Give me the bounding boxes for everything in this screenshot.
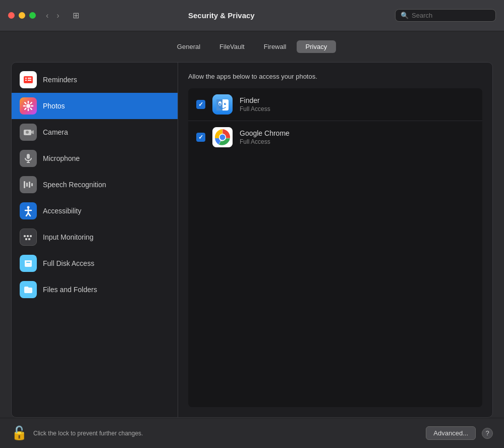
footer-text: Click the lock to prevent further change… xyxy=(33,430,420,437)
microphone-label: Microphone xyxy=(43,154,80,162)
content-panel: Reminders Photos xyxy=(11,62,493,418)
svg-rect-1 xyxy=(25,78,27,79)
finder-row: Finder Full Access xyxy=(188,88,482,121)
svg-point-5 xyxy=(26,104,30,108)
svg-rect-2 xyxy=(28,78,31,79)
finder-checkbox[interactable] xyxy=(196,100,205,109)
tab-general[interactable]: General xyxy=(168,40,209,53)
svg-rect-22 xyxy=(29,182,30,188)
camera-label: Camera xyxy=(43,128,68,136)
svg-rect-34 xyxy=(26,262,30,263)
svg-rect-3 xyxy=(25,80,27,81)
title-bar: ‹ › ⊞ Security & Privacy 🔍 xyxy=(0,0,504,31)
sidebar-item-accessibility[interactable]: Accessibility xyxy=(12,198,178,224)
app-list: Finder Full Access xyxy=(188,88,482,407)
svg-rect-29 xyxy=(24,235,26,237)
inputmonitoring-label: Input Monitoring xyxy=(43,233,93,241)
maximize-button[interactable] xyxy=(29,12,36,19)
files-icon xyxy=(20,281,37,298)
svg-point-16 xyxy=(26,131,29,134)
chrome-info: Google Chrome Full Access xyxy=(240,129,290,145)
tab-firewall[interactable]: Firewall xyxy=(255,40,296,53)
svg-point-48 xyxy=(220,135,226,140)
photos-icon xyxy=(20,97,37,115)
finder-access: Full Access xyxy=(240,105,270,113)
photos-label: Photos xyxy=(43,102,65,110)
chrome-checkbox[interactable] xyxy=(196,133,205,142)
search-input[interactable] xyxy=(412,12,487,19)
help-button[interactable]: ? xyxy=(482,428,493,439)
svg-rect-20 xyxy=(24,181,25,188)
traffic-lights xyxy=(8,12,36,19)
panel-description: Allow the apps below to access your phot… xyxy=(188,73,482,80)
right-panel: Allow the apps below to access your phot… xyxy=(178,63,492,417)
svg-line-11 xyxy=(31,108,32,109)
tab-privacy[interactable]: Privacy xyxy=(297,40,337,53)
lock-icon[interactable]: 🔓 xyxy=(11,425,27,441)
files-label: Files and Folders xyxy=(43,286,97,294)
svg-rect-32 xyxy=(25,238,27,240)
tab-filevault[interactable]: FileVault xyxy=(210,40,254,53)
close-button[interactable] xyxy=(8,12,15,19)
svg-rect-30 xyxy=(27,235,29,237)
chrome-name: Google Chrome xyxy=(240,129,290,137)
sidebar-item-fulldisk[interactable]: Full Disk Access xyxy=(12,250,178,276)
speech-label: Speech Recognition xyxy=(43,181,106,189)
svg-rect-23 xyxy=(31,183,33,186)
reminders-label: Reminders xyxy=(43,76,77,84)
svg-point-43 xyxy=(220,103,221,104)
main-content: General FileVault Firewall Privacy Remin… xyxy=(0,31,504,418)
sidebar-item-microphone[interactable]: Microphone xyxy=(12,145,178,172)
sidebar: Reminders Photos xyxy=(12,63,178,417)
accessibility-icon xyxy=(20,202,37,219)
reminders-icon xyxy=(20,71,37,88)
svg-rect-33 xyxy=(28,238,30,240)
sidebar-item-speech[interactable]: Speech Recognition xyxy=(12,172,178,198)
svg-rect-17 xyxy=(27,154,30,159)
sidebar-item-camera[interactable]: Camera xyxy=(12,119,178,145)
finder-info: Finder Full Access xyxy=(240,96,270,113)
svg-line-10 xyxy=(25,102,26,103)
search-icon: 🔍 xyxy=(401,12,409,19)
speech-icon xyxy=(20,176,37,193)
svg-point-44 xyxy=(225,103,226,104)
window-title: Security & Privacy xyxy=(48,11,395,20)
advanced-button[interactable]: Advanced... xyxy=(426,426,476,440)
svg-rect-21 xyxy=(26,183,28,187)
svg-marker-15 xyxy=(31,130,34,134)
svg-rect-4 xyxy=(28,80,31,81)
chrome-row: Google Chrome Full Access xyxy=(188,121,482,153)
sidebar-item-reminders[interactable]: Reminders xyxy=(12,67,178,93)
finder-name: Finder xyxy=(240,96,270,104)
sidebar-item-files[interactable]: Files and Folders xyxy=(12,276,178,303)
input-monitoring-icon xyxy=(20,229,37,246)
fulldisk-label: Full Disk Access xyxy=(43,259,94,267)
footer: 🔓 Click the lock to prevent further chan… xyxy=(0,418,504,448)
camera-icon xyxy=(20,124,37,141)
finder-app-icon xyxy=(212,94,233,115)
chrome-access: Full Access xyxy=(240,138,290,145)
tabs-bar: General FileVault Firewall Privacy xyxy=(11,40,493,53)
search-bar: 🔍 xyxy=(395,9,496,22)
accessibility-label: Accessibility xyxy=(43,207,81,215)
chrome-app-icon xyxy=(212,127,233,147)
svg-line-12 xyxy=(31,102,32,103)
fulldisk-icon xyxy=(20,255,37,272)
svg-rect-31 xyxy=(30,235,32,237)
sidebar-item-photos[interactable]: Photos xyxy=(12,93,178,119)
minimize-button[interactable] xyxy=(19,12,25,19)
sidebar-item-inputmonitoring[interactable]: Input Monitoring xyxy=(12,224,178,250)
svg-line-13 xyxy=(25,108,26,109)
microphone-icon xyxy=(20,150,37,167)
svg-line-28 xyxy=(28,213,30,216)
